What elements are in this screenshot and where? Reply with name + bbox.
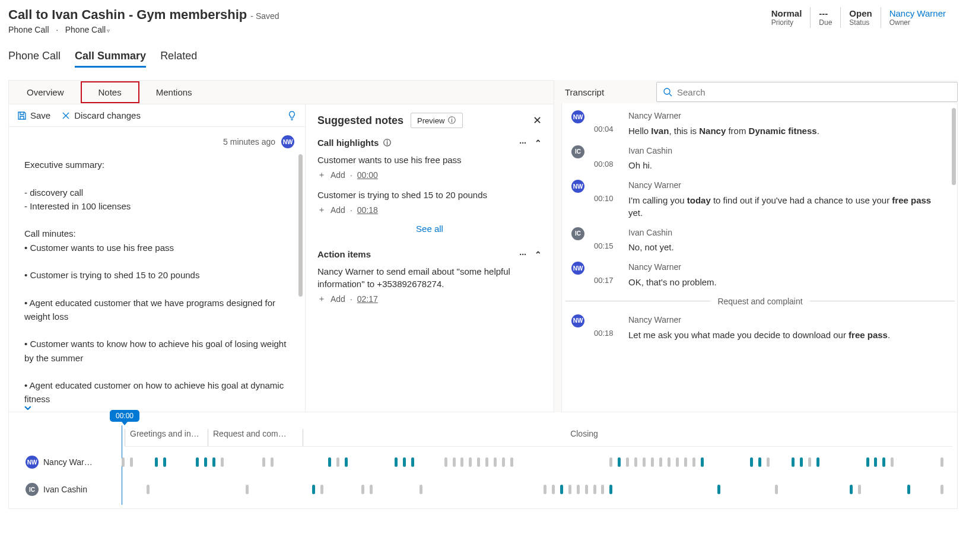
section-divider: Request and complaint [565,297,955,306]
preview-button[interactable]: Preview ⓘ [411,113,463,128]
call-highlights-header: Call highlights [317,138,379,148]
tab-call-summary[interactable]: Call Summary [75,50,146,68]
breadcrumb: Phone Call · Phone Call▿ [8,25,279,34]
timeline-track[interactable] [113,483,940,495]
action-items-header: Action items [317,249,371,259]
record-title: Call to Ivan Cashin - Gym membership [8,7,247,22]
avatar: NW [571,180,584,193]
transcript-time: 00:18 [594,314,620,341]
plus-icon[interactable]: ＋ [317,205,326,215]
timestamp-link[interactable]: 02:17 [357,294,378,304]
timeline-speaker: NW Nancy War… [9,456,110,469]
speaker-name: Ivan Cashin [628,227,946,239]
avatar: IC [26,483,39,496]
subtab-notes[interactable]: Notes [81,81,139,103]
timeline-track[interactable] [113,456,940,468]
transcript-row[interactable]: IC 00:15 Ivan CashinNo, not yet. [565,227,955,254]
speaker-name: Nancy Warner [628,262,946,273]
timestamp-link[interactable]: 00:18 [357,205,378,215]
add-button[interactable]: Add [331,205,345,215]
transcript-row[interactable]: NW 00:17 Nancy WarnerOK, that's no probl… [565,262,955,288]
transcript-text: No, not yet. [628,241,946,253]
speaker-name: Ivan Cashin [628,145,946,157]
search-icon [663,87,672,97]
subtab-overview[interactable]: Overview [14,82,81,102]
tab-phone-call[interactable]: Phone Call [8,50,61,68]
priority-field[interactable]: Normal Priority [763,7,811,28]
avatar: NW [571,110,584,123]
transcript-time: 00:15 [594,227,620,254]
notes-timestamp: 5 minutes ago [223,137,275,147]
action-item-text: Nancy Warner to send email about "some h… [317,265,542,290]
transcript-time: 00:17 [594,262,620,288]
transcript-row[interactable]: NW 00:18 Nancy WarnerLet me ask you what… [565,314,955,341]
speaker-name: Nancy Warner [628,314,946,326]
transcript-row[interactable]: NW 00:10 Nancy WarnerI'm calling you tod… [565,180,955,219]
speaker-name: Nancy Warner [628,110,946,122]
transcript-text: Let me ask you what made you decide to d… [628,329,946,341]
lightbulb-icon[interactable] [287,111,297,120]
discard-button[interactable]: Discard changes [61,110,141,120]
transcript-time: 00:08 [594,145,620,172]
timeline-row: NW Nancy War… [9,450,952,474]
transcript-row[interactable]: NW 00:04 Nancy WarnerHello Ivan, this is… [565,110,955,137]
search-input-container [656,82,958,102]
highlight-item: Customer wants to use his free pass [317,154,542,166]
timeline-marker[interactable]: 00:00 [110,410,139,422]
save-button[interactable]: Save [17,110,50,120]
timestamp-link[interactable]: 00:00 [357,170,378,180]
timeline-row: IC Ivan Cashin [9,478,952,501]
close-icon [61,111,71,120]
more-icon[interactable]: ··· [519,138,526,148]
expand-chevron-icon[interactable]: ⌄ [21,396,34,414]
highlight-item: Customer is trying to shed 15 to 20 poun… [317,189,542,201]
notes-editor[interactable]: Executive summary:- discovery call- Inte… [9,154,305,412]
transcript-text: I'm calling you today to find out if you… [628,194,946,219]
info-icon[interactable]: ⓘ [382,138,392,148]
avatar: NW [571,314,584,327]
due-field[interactable]: --- Due [810,7,840,28]
suggested-notes-title: Suggested notes [317,114,403,127]
transcript-text: Oh hi. [628,159,946,171]
chevron-up-icon[interactable]: ⌃ [535,250,542,259]
avatar: NW [26,456,39,469]
avatar: IC [571,145,584,158]
add-button[interactable]: Add [331,294,345,304]
avatar: IC [571,227,584,240]
see-all-link[interactable]: See all [317,224,542,234]
close-panel-button[interactable]: ✕ [533,114,542,127]
chevron-up-icon[interactable]: ⌃ [535,138,542,148]
transcript-row[interactable]: IC 00:08 Ivan CashinOh hi. [565,145,955,172]
info-icon: ⓘ [447,116,456,125]
entity-selector[interactable]: Phone Call▿ [65,25,110,34]
transcript-time: 00:04 [594,110,620,137]
chevron-down-icon: ▿ [107,27,110,34]
timeline-segment[interactable]: Request and com… [208,429,303,446]
owner-field[interactable]: Nancy Warner Owner [881,7,954,28]
transcript-text: OK, that's no problem. [628,276,946,288]
avatar: NW [571,262,584,275]
transcript-label: Transcript [565,87,648,97]
plus-icon[interactable]: ＋ [317,170,326,180]
timeline-segment[interactable]: Greetings and in… [125,429,208,446]
timeline-segment[interactable]: Closing [303,429,860,446]
scrollbar[interactable] [298,154,303,297]
plus-icon[interactable]: ＋ [317,294,326,304]
subtab-mentions[interactable]: Mentions [139,82,209,102]
saved-indicator: - Saved [250,11,279,21]
transcript-text: Hello Ivan, this is Nancy from Dynamic f… [628,125,946,137]
save-icon [17,111,27,120]
timeline-speaker: IC Ivan Cashin [9,483,110,496]
svg-point-0 [664,88,670,94]
add-button[interactable]: Add [331,170,345,180]
speaker-name: Nancy Warner [628,180,946,192]
transcript-time: 00:10 [594,180,620,219]
search-input[interactable] [677,87,951,97]
avatar: NW [281,135,294,148]
tab-related[interactable]: Related [160,50,197,68]
scrollbar[interactable] [952,108,956,185]
more-icon[interactable]: ··· [519,250,526,259]
status-field[interactable]: Open Status [840,7,880,28]
